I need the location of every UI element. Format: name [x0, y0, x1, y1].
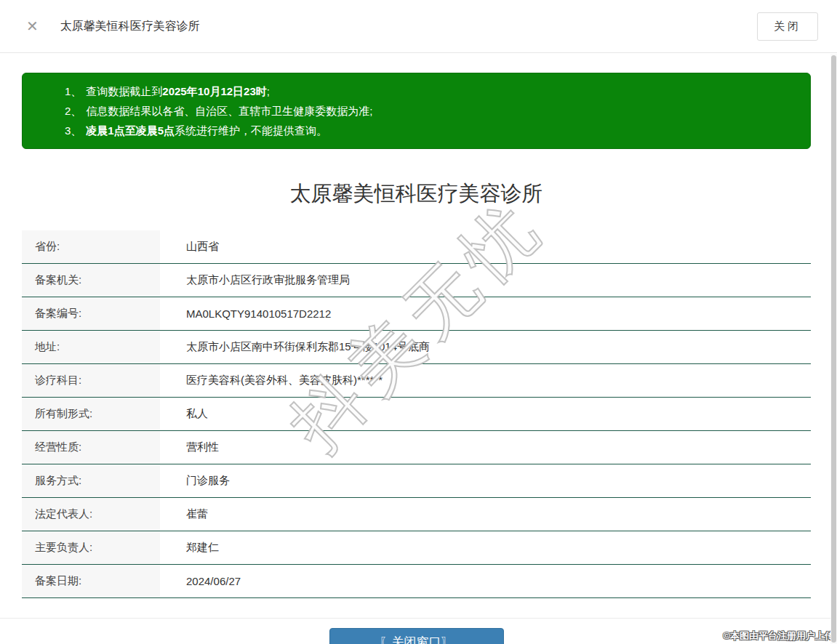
table-row: 服务方式:门诊服务 [22, 464, 811, 498]
row-label: 法定代表人: [22, 498, 160, 531]
close-icon[interactable]: ✕ [26, 19, 39, 33]
table-row: 法定代表人:崔蕾 [22, 498, 811, 531]
table-row: 所有制形式:私人 [22, 398, 811, 431]
main-content: 1、查询数据截止到2025年10月12日23时;2、信息数据结果以各省、自治区、… [0, 73, 837, 644]
table-row: 备案编号:MA0LKQTY914010517D2212 [22, 297, 811, 331]
copyright-note: ©本图由平台注册用户上传 [723, 629, 834, 643]
table-row: 诊疗科目:医疗美容科(美容外科、美容皮肤科)****** [22, 364, 811, 398]
row-label: 备案机关: [22, 264, 160, 297]
row-label: 备案日期: [22, 565, 160, 597]
row-value: 门诊服务 [160, 464, 230, 497]
table-row: 备案机关:太原市小店区行政审批服务管理局 [22, 264, 811, 297]
row-value: 太原市小店区行政审批服务管理局 [160, 264, 350, 297]
row-value: 营利性 [160, 431, 219, 464]
close-button[interactable]: 关闭 [757, 12, 818, 41]
close-window-button[interactable]: 〖关闭窗口〗 [329, 628, 504, 644]
table-row: 省份:山西省 [22, 230, 811, 264]
table-row: 主要负责人:郑建仁 [22, 531, 811, 565]
row-label: 备案编号: [22, 297, 160, 330]
page-title: 太原馨美恒科医疗美容诊所 [22, 180, 811, 209]
notice-box: 1、查询数据截止到2025年10月12日23时;2、信息数据结果以各省、自治区、… [22, 73, 811, 149]
scrollbar-thumb[interactable] [831, 55, 836, 643]
row-label: 主要负责人: [22, 531, 160, 564]
row-label: 省份: [22, 230, 160, 263]
window-title: 太原馨美恒科医疗美容诊所 [60, 19, 200, 34]
top-bar: ✕ 太原馨美恒科医疗美容诊所 关闭 [0, 0, 837, 53]
row-value: 山西省 [160, 230, 219, 263]
info-table: 省份:山西省备案机关:太原市小店区行政审批服务管理局备案编号:MA0LKQTY9… [22, 230, 811, 598]
row-value: 崔蕾 [160, 498, 208, 531]
row-label: 所有制形式: [22, 398, 160, 430]
notice-line: 3、凌晨1点至凌晨5点系统进行维护，不能提供查询。 [65, 121, 796, 140]
row-value: 太原市小店区南中环街保利东郡15号楼1014号底商 [160, 331, 430, 363]
row-label: 诊疗科目: [22, 364, 160, 397]
table-row: 经营性质:营利性 [22, 431, 811, 464]
row-label: 服务方式: [22, 464, 160, 497]
row-label: 经营性质: [22, 431, 160, 464]
row-value: 郑建仁 [160, 531, 219, 564]
row-value: 私人 [160, 398, 208, 430]
row-value: MA0LKQTY914010517D2212 [160, 297, 331, 330]
row-label: 地址: [22, 331, 160, 363]
notice-line: 2、信息数据结果以各省、自治区、直辖市卫生健康委数据为准; [65, 101, 796, 121]
table-row: 地址:太原市小店区南中环街保利东郡15号楼1014号底商 [22, 331, 811, 364]
notice-line: 1、查询数据截止到2025年10月12日23时; [65, 81, 796, 101]
scrollbar[interactable] [830, 54, 837, 644]
footer-bar: 〖关闭窗口〗 [22, 619, 811, 644]
row-value: 医疗美容科(美容外科、美容皮肤科)****** [160, 364, 383, 397]
row-value: 2024/06/27 [160, 565, 241, 597]
table-row: 备案日期:2024/06/27 [22, 565, 811, 598]
